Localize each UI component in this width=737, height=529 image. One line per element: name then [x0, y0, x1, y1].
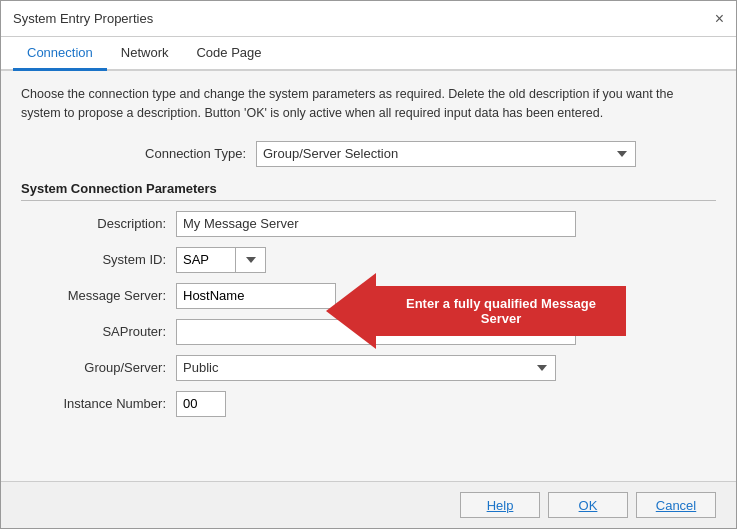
connection-type-select-wrap: Group/Server Selection Custom Applicatio…: [256, 141, 636, 167]
message-server-input[interactable]: [176, 283, 336, 309]
system-id-input[interactable]: [176, 247, 236, 273]
system-id-dropdown[interactable]: [236, 247, 266, 273]
dialog-title: System Entry Properties: [13, 11, 153, 26]
connection-type-select[interactable]: Group/Server Selection Custom Applicatio…: [256, 141, 636, 167]
close-button[interactable]: ×: [715, 11, 724, 27]
saprouter-label: SAProuter:: [21, 324, 176, 339]
message-server-row: Message Server: Enter a fully qualified …: [21, 283, 716, 309]
instance-number-input[interactable]: [176, 391, 226, 417]
saprouter-row: SAProuter:: [21, 319, 716, 345]
system-id-row: System ID:: [21, 247, 716, 273]
description-input[interactable]: [176, 211, 576, 237]
cancel-button[interactable]: Cancel: [636, 492, 716, 518]
saprouter-input[interactable]: [176, 319, 576, 345]
description-text: Choose the connection type and change th…: [21, 85, 716, 123]
tab-codepage[interactable]: Code Page: [182, 37, 275, 71]
help-button[interactable]: Help: [460, 492, 540, 518]
group-server-wrap: Public Default: [176, 355, 556, 381]
connection-type-row: Connection Type: Group/Server Selection …: [21, 141, 716, 167]
group-server-select[interactable]: Public Default: [176, 355, 556, 381]
message-server-wrap: Enter a fully qualified Message Server: [176, 283, 336, 309]
connection-type-label: Connection Type:: [101, 146, 256, 161]
dialog-body: Choose the connection type and change th…: [1, 71, 736, 481]
description-field-wrap: [176, 211, 576, 237]
tab-bar: Connection Network Code Page: [1, 37, 736, 71]
description-label: Description:: [21, 216, 176, 231]
dialog-titlebar: System Entry Properties ×: [1, 1, 736, 37]
system-id-controls: [176, 247, 266, 273]
group-server-row: Group/Server: Public Default: [21, 355, 716, 381]
instance-number-row: Instance Number:: [21, 391, 716, 417]
saprouter-wrap: [176, 319, 576, 345]
message-server-label: Message Server:: [21, 288, 176, 303]
description-row: Description:: [21, 211, 716, 237]
section-title: System Connection Parameters: [21, 181, 716, 201]
instance-number-label: Instance Number:: [21, 396, 176, 411]
system-id-label: System ID:: [21, 252, 176, 267]
ok-button[interactable]: OK: [548, 492, 628, 518]
system-entry-dialog: System Entry Properties × Connection Net…: [0, 0, 737, 529]
group-server-label: Group/Server:: [21, 360, 176, 375]
tab-network[interactable]: Network: [107, 37, 183, 71]
tab-connection[interactable]: Connection: [13, 37, 107, 71]
dialog-footer: Help OK Cancel: [1, 481, 736, 528]
